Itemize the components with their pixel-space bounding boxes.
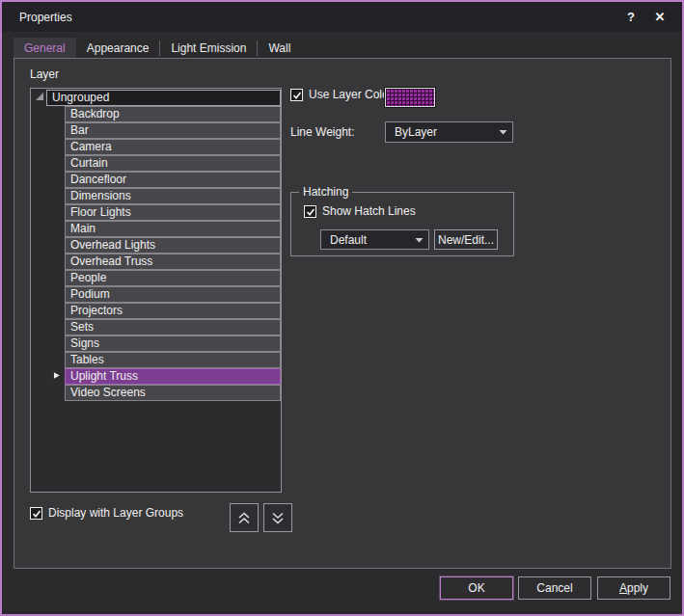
- help-icon: ?: [627, 10, 635, 24]
- chevron-down-icon: [409, 237, 428, 243]
- tree-row[interactable]: Curtain: [65, 155, 281, 172]
- ok-button[interactable]: OK: [440, 576, 513, 600]
- show-hatch-lines-label: Show Hatch Lines: [322, 204, 416, 218]
- hatching-label: Hatching: [299, 185, 352, 199]
- move-layer-down-button[interactable]: [263, 503, 292, 532]
- tab-light-emission[interactable]: Light Emission: [160, 38, 257, 58]
- tree-row[interactable]: Main: [65, 221, 281, 237]
- tree-row[interactable]: Sets: [65, 319, 281, 335]
- tab-appearance-label: Appearance: [87, 41, 150, 55]
- tree-row[interactable]: Overhead Truss: [65, 254, 281, 270]
- layer-section-label: Layer: [30, 67, 59, 81]
- tree-row[interactable]: Dimensions: [65, 188, 281, 204]
- tree-row[interactable]: Dancefloor: [65, 172, 281, 188]
- tree-row[interactable]: Tables: [65, 352, 281, 368]
- layer-tree: Ungrouped Backdrop Bar Camera Curtain Da…: [30, 88, 282, 493]
- tab-wall[interactable]: Wall: [258, 38, 301, 58]
- close-icon: ✕: [655, 10, 666, 24]
- tab-wall-label: Wall: [268, 41, 290, 55]
- tree-row[interactable]: Projectors: [65, 303, 281, 319]
- new-edit-button[interactable]: New/Edit...: [434, 229, 498, 250]
- tree-row[interactable]: People: [65, 270, 281, 286]
- tree-expand-icon[interactable]: [36, 93, 44, 101]
- checkbox-box[interactable]: [290, 89, 303, 101]
- tree-row[interactable]: Floor Lights: [65, 204, 281, 221]
- double-chevron-up-icon: [237, 512, 251, 524]
- tab-appearance[interactable]: Appearance: [76, 38, 160, 58]
- tab-general[interactable]: General: [14, 38, 76, 58]
- tree-row[interactable]: Overhead Lights: [65, 237, 281, 254]
- check-icon: [32, 510, 41, 519]
- selection-arrow-icon: [53, 371, 61, 380]
- hatching-groupbox: Hatching Show Hatch Lines Default New/Ed…: [290, 192, 514, 256]
- window-title: Properties: [19, 11, 72, 24]
- title-bar: Properties ? ✕: [2, 2, 682, 32]
- apply-rest: pply: [627, 581, 648, 595]
- tree-row-selected[interactable]: Uplight Truss: [65, 368, 281, 385]
- help-button[interactable]: ?: [618, 5, 643, 29]
- hatch-pattern-value: Default: [321, 233, 409, 247]
- tree-row[interactable]: Video Screens: [65, 385, 281, 401]
- general-tab-panel: Layer Ungrouped Backdrop Bar Camera Curt…: [14, 58, 671, 569]
- layer-color-swatch[interactable]: [385, 88, 435, 107]
- apply-button[interactable]: Apply: [597, 576, 670, 600]
- properties-dialog: Properties ? ✕ General Appearance Light …: [0, 0, 684, 616]
- hatch-pattern-dropdown[interactable]: Default: [320, 229, 429, 250]
- tree-row[interactable]: Camera: [65, 139, 281, 155]
- show-hatch-lines-checkbox[interactable]: Show Hatch Lines: [304, 204, 416, 218]
- use-layer-color-checkbox[interactable]: Use Layer Color: [290, 88, 393, 101]
- tree-row[interactable]: Signs: [65, 335, 281, 352]
- line-weight-dropdown[interactable]: ByLayer: [385, 121, 513, 143]
- display-with-layer-groups-checkbox[interactable]: Display with Layer Groups: [30, 506, 183, 520]
- checkbox-box[interactable]: [304, 205, 316, 218]
- double-chevron-down-icon: [271, 512, 285, 524]
- tab-light-emission-label: Light Emission: [171, 41, 246, 55]
- tree-row[interactable]: Backdrop: [65, 106, 281, 122]
- tab-general-label: General: [24, 41, 66, 55]
- use-layer-color-label: Use Layer Color: [309, 88, 393, 101]
- line-weight-label: Line Weight:: [290, 125, 355, 139]
- line-weight-value: ByLayer: [386, 125, 493, 139]
- cancel-button[interactable]: Cancel: [518, 576, 591, 600]
- chevron-down-icon: [493, 129, 512, 135]
- check-icon: [306, 208, 315, 217]
- tab-strip: General Appearance Light Emission Wall: [14, 32, 301, 58]
- tree-row[interactable]: Bar: [65, 122, 281, 139]
- move-layer-up-button[interactable]: [230, 503, 259, 532]
- tree-row[interactable]: Podium: [65, 286, 281, 303]
- close-button[interactable]: ✕: [647, 5, 672, 29]
- display-with-layer-groups-label: Display with Layer Groups: [48, 506, 183, 520]
- tree-row-ungrouped[interactable]: Ungrouped: [46, 90, 281, 106]
- check-icon: [292, 92, 302, 100]
- apply-mnemonic: A: [619, 581, 627, 595]
- checkbox-box[interactable]: [30, 507, 42, 520]
